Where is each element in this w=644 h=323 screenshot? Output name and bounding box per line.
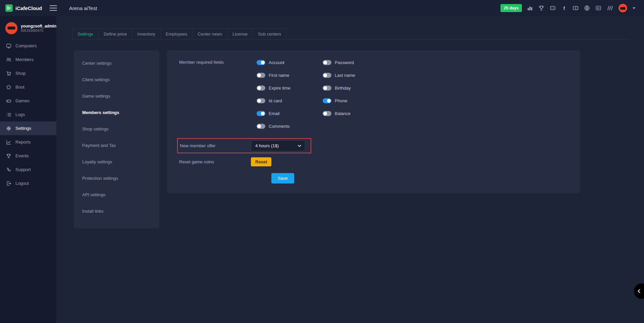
toggle-phone[interactable]: Phone <box>323 97 389 105</box>
toggle-email[interactable]: Email <box>257 109 323 117</box>
sidebar: youngzsoft_admin 005193482475 Computers … <box>0 16 56 323</box>
members-settings-form: Member required fields Account First nam… <box>167 50 580 193</box>
member-required-fields-row: Member required fields Account First nam… <box>179 58 580 135</box>
brand-name: iCafeCloud <box>15 5 42 11</box>
app-logo-icon <box>5 4 13 12</box>
main-content: Settings Define price Inventory Employee… <box>56 16 644 323</box>
sidebar-item-label: Computers <box>15 43 37 48</box>
sidebar-item-support[interactable]: Support <box>0 163 56 176</box>
sidebar-avatar[interactable] <box>5 22 17 34</box>
toggle-password[interactable]: Password <box>323 58 389 66</box>
menu-toggle-icon[interactable] <box>50 5 57 11</box>
tab-employees[interactable]: Employees <box>160 28 193 39</box>
gamepad-icon <box>6 98 11 104</box>
trophy-icon <box>6 153 11 159</box>
toggle-switch[interactable] <box>257 86 265 91</box>
toggle-switch[interactable] <box>257 111 265 116</box>
toggle-first-name[interactable]: First name <box>257 71 323 79</box>
settings-nav-game-settings[interactable]: Game settings <box>74 88 159 104</box>
sidebar-item-reports[interactable]: Reports <box>0 135 56 149</box>
toggle-label: Expire time <box>269 86 290 91</box>
save-button[interactable]: Save <box>271 173 294 183</box>
toggle-comments[interactable]: Comments <box>257 122 323 130</box>
reset-button[interactable]: Reset <box>251 157 271 166</box>
toggle-label: Password <box>335 60 354 65</box>
settings-nav-members-settings[interactable]: Members settings <box>74 104 159 121</box>
toggle-balance[interactable]: Balance <box>323 109 389 117</box>
toggle-switch[interactable] <box>323 111 331 116</box>
users-icon <box>6 57 11 62</box>
license-days-badge[interactable]: 25 days <box>500 4 522 12</box>
topbar-actions: 25 days f <box>500 3 644 13</box>
tab-inventory[interactable]: Inventory <box>132 28 160 39</box>
settings-nav-protection-settings[interactable]: Protection settings <box>74 170 159 186</box>
chart-icon <box>6 140 11 145</box>
member-required-fields-label: Member required fields <box>179 58 257 135</box>
settings-nav-payment-and-tax[interactable]: Payment and Tax <box>74 137 159 154</box>
trophy-icon[interactable] <box>538 5 545 11</box>
toggle-switch[interactable] <box>257 124 265 129</box>
settings-nav-client-settings[interactable]: Client settings <box>74 71 159 88</box>
sidebar-item-label: Members <box>15 57 34 62</box>
sidebar-item-games[interactable]: Games <box>0 94 56 108</box>
toggle-expire-time[interactable]: Expire time <box>257 84 323 92</box>
svg-text:f: f <box>564 6 565 11</box>
toggle-label: Id card <box>269 98 282 103</box>
toggle-account[interactable]: Account <box>257 58 323 66</box>
reset-game-coins-row: Reset game coins Reset <box>179 157 580 166</box>
slashes-icon[interactable] <box>606 5 613 11</box>
center-title: Arena aiTest <box>69 5 97 11</box>
language-card-icon[interactable] <box>595 5 602 11</box>
toggle-last-name[interactable]: Last name <box>323 71 389 79</box>
settings-nav-api-settings[interactable]: API settings <box>74 186 159 203</box>
tab-settings[interactable]: Settings <box>72 28 99 39</box>
tab-define-price[interactable]: Define price <box>98 28 132 39</box>
globe-icon[interactable] <box>584 5 590 11</box>
toggle-switch[interactable] <box>323 86 331 91</box>
sidebar-item-boot[interactable]: Boot <box>0 80 56 94</box>
sidebar-item-label: Boot <box>15 85 24 90</box>
sidebar-item-members[interactable]: Members <box>0 53 56 66</box>
sidebar-item-label: Logs <box>15 112 25 117</box>
discord-icon[interactable] <box>549 5 556 11</box>
sidebar-item-computers[interactable]: Computers <box>0 39 56 53</box>
list-icon <box>6 112 11 117</box>
settings-nav-shop-settings[interactable]: Shop settings <box>74 121 159 137</box>
tab-center-news[interactable]: Center news <box>192 28 227 39</box>
new-member-offer-value: 4 hours (1$) <box>255 143 279 148</box>
sidebar-item-events[interactable]: Events <box>0 149 56 163</box>
settings-nav-loyalty-settings[interactable]: Loyalty settings <box>74 154 159 170</box>
sidebar-item-shop[interactable]: Shop <box>0 66 56 80</box>
youtube-icon[interactable] <box>572 5 579 11</box>
toggle-switch[interactable] <box>323 73 331 78</box>
cart-icon <box>6 71 11 76</box>
toggle-switch[interactable] <box>323 60 331 65</box>
toggle-switch[interactable] <box>257 98 265 103</box>
toggle-switch[interactable] <box>323 98 331 103</box>
sidebar-user-code: 005193482475 <box>21 29 56 33</box>
sidebar-item-label: Settings <box>15 126 31 131</box>
sidebar-item-logs[interactable]: Logs <box>0 108 56 121</box>
sidebar-item-settings[interactable]: Settings <box>0 121 56 135</box>
toggle-switch[interactable] <box>257 60 265 65</box>
chart-bars-icon[interactable] <box>527 5 533 11</box>
toggle-birthday[interactable]: Birthday <box>323 84 389 92</box>
settings-nav-install-links[interactable]: Install links <box>74 203 159 219</box>
facebook-icon[interactable]: f <box>561 5 568 11</box>
tab-license[interactable]: License <box>227 28 253 39</box>
monitor-icon <box>6 43 11 49</box>
toggle-label: Balance <box>335 111 351 116</box>
sidebar-item-logout[interactable]: Logout <box>0 176 56 190</box>
toggle-switch[interactable] <box>257 73 265 78</box>
settings-nav-center-settings[interactable]: Center settings <box>74 55 159 71</box>
settings-nav-panel: Center settings Client settings Game set… <box>74 50 159 228</box>
save-row: Save <box>179 173 580 183</box>
user-avatar[interactable] <box>618 3 628 13</box>
tab-sub-centers[interactable]: Sub centers <box>253 28 286 39</box>
new-member-offer-select[interactable]: 4 hours (1$) <box>251 140 305 151</box>
gear-icon <box>6 126 11 131</box>
chevron-down-icon[interactable] <box>633 7 635 9</box>
toggle-id-card[interactable]: Id card <box>257 97 323 105</box>
sidebar-item-label: Events <box>15 153 29 158</box>
chevron-left-icon <box>637 289 641 293</box>
